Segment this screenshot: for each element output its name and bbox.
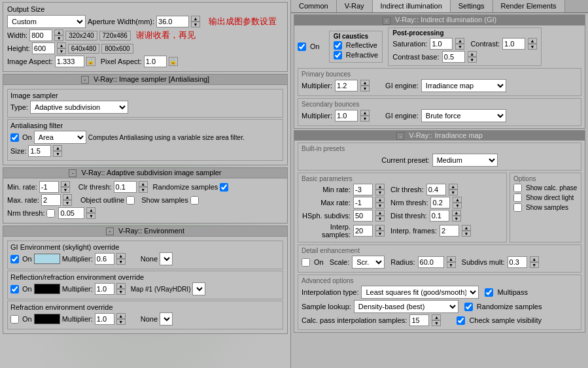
nrm-thresh-r-input[interactable] bbox=[430, 197, 450, 209]
contrast-down[interactable]: ▼ bbox=[528, 44, 537, 50]
contrast-input[interactable] bbox=[502, 38, 525, 50]
mrr-down[interactable]: ▼ bbox=[375, 190, 385, 195]
max-rate-up[interactable]: ▲ bbox=[63, 194, 72, 200]
pm-down[interactable]: ▼ bbox=[360, 86, 370, 92]
size-input[interactable] bbox=[28, 145, 51, 157]
randomize-checkbox[interactable] bbox=[220, 183, 228, 192]
clr-thresh-up[interactable]: ▲ bbox=[139, 181, 148, 187]
is-up[interactable]: ▲ bbox=[375, 225, 385, 231]
show-direct-light-checkbox[interactable] bbox=[513, 193, 522, 202]
gi-multiplier-input[interactable] bbox=[95, 253, 114, 265]
show-samples-r-checkbox[interactable] bbox=[513, 203, 522, 212]
refrac-color-swatch[interactable] bbox=[34, 314, 60, 324]
show-calc-phase-checkbox[interactable] bbox=[513, 184, 522, 192]
is-down[interactable]: ▼ bbox=[375, 231, 385, 237]
gi-on-checkbox[interactable] bbox=[10, 255, 19, 263]
max-rate-down[interactable]: ▼ bbox=[63, 200, 72, 206]
dt-up[interactable]: ▲ bbox=[452, 210, 461, 216]
tab-vray[interactable]: V-Ray bbox=[337, 0, 373, 12]
min-rate-up[interactable]: ▲ bbox=[61, 181, 70, 187]
size-up[interactable]: ▲ bbox=[53, 145, 62, 151]
filter-type-select[interactable]: Area bbox=[34, 131, 86, 144]
contrast-up[interactable]: ▲ bbox=[528, 38, 537, 44]
hs-down[interactable]: ▼ bbox=[375, 216, 385, 222]
cp-up[interactable]: ▲ bbox=[432, 314, 441, 320]
ref-mult-down[interactable]: ▼ bbox=[116, 289, 126, 295]
sm2-up[interactable]: ▲ bbox=[530, 256, 539, 262]
refractive-checkbox[interactable] bbox=[334, 51, 342, 59]
ctr-down[interactable]: ▼ bbox=[449, 190, 458, 195]
reflective-checkbox[interactable] bbox=[334, 41, 342, 50]
gi-none-select[interactable] bbox=[160, 252, 173, 265]
aperture-up[interactable]: ▲ bbox=[191, 16, 200, 22]
clr-thresh-r-input[interactable] bbox=[426, 184, 446, 195]
maxr-up[interactable]: ▲ bbox=[375, 197, 385, 203]
scale-select[interactable]: Scr. bbox=[352, 256, 385, 269]
nrm-thresh-down[interactable]: ▼ bbox=[86, 213, 95, 219]
ref-multiplier-input[interactable] bbox=[95, 283, 114, 295]
pixel-aspect-lock[interactable]: 🔒 bbox=[169, 57, 178, 66]
interpolation-type-select[interactable]: Least squares fit (good/smooth) bbox=[361, 286, 479, 299]
refrac-multiplier-input[interactable] bbox=[95, 313, 114, 325]
min-rate-down[interactable]: ▼ bbox=[61, 187, 70, 193]
maxr-down[interactable]: ▼ bbox=[375, 203, 385, 209]
dt-down[interactable]: ▼ bbox=[452, 216, 461, 222]
height-up[interactable]: ▲ bbox=[57, 42, 66, 48]
calc-pass-input[interactable] bbox=[409, 314, 429, 326]
sm-down[interactable]: ▼ bbox=[360, 116, 370, 122]
image-sampler-collapse[interactable]: - bbox=[81, 76, 89, 84]
multipass-checkbox[interactable] bbox=[485, 288, 493, 297]
saturation-input[interactable] bbox=[430, 38, 453, 50]
aperture-down[interactable]: ▼ bbox=[191, 22, 200, 27]
radius-up[interactable]: ▲ bbox=[447, 256, 456, 262]
sat-up[interactable]: ▲ bbox=[455, 38, 464, 44]
gi-mult-down[interactable]: ▼ bbox=[116, 259, 126, 265]
radius-down[interactable]: ▼ bbox=[447, 262, 456, 268]
nrm-thresh-checkbox[interactable] bbox=[46, 209, 55, 218]
gi-on-checkbox[interactable] bbox=[298, 42, 306, 51]
size-down[interactable]: ▼ bbox=[53, 151, 62, 157]
refrac-none-select[interactable] bbox=[160, 312, 173, 326]
sm2-down[interactable]: ▼ bbox=[530, 262, 539, 268]
ctr-up[interactable]: ▲ bbox=[449, 184, 458, 190]
sample-lookup-select[interactable]: Density-based (best) bbox=[354, 300, 458, 313]
gi-mult-up[interactable]: ▲ bbox=[116, 253, 126, 259]
gi-engine-secondary-select[interactable]: Brute force bbox=[421, 109, 506, 122]
primary-multiplier-input[interactable] bbox=[335, 80, 358, 92]
tab-settings[interactable]: Settings bbox=[451, 0, 493, 12]
ref-on-checkbox[interactable] bbox=[10, 285, 19, 293]
interp-samples-input[interactable] bbox=[353, 225, 373, 237]
width-up[interactable]: ▲ bbox=[54, 29, 63, 35]
height-down[interactable]: ▼ bbox=[57, 48, 66, 54]
antialiasing-on-checkbox[interactable] bbox=[10, 133, 19, 142]
current-preset-select[interactable]: Medium bbox=[432, 154, 498, 167]
if-down[interactable]: ▼ bbox=[462, 231, 471, 237]
sat-down[interactable]: ▼ bbox=[455, 44, 464, 50]
image-aspect-lock[interactable]: 🔒 bbox=[86, 57, 95, 66]
preset-320x240[interactable]: 320x240 bbox=[65, 31, 97, 41]
custom-select[interactable]: Custom bbox=[7, 15, 86, 28]
irradiance-collapse[interactable]: - bbox=[396, 132, 404, 140]
height-input[interactable] bbox=[32, 42, 55, 54]
hsph-subdivs-input[interactable] bbox=[353, 210, 373, 222]
cb-down[interactable]: ▼ bbox=[468, 57, 477, 63]
environment-collapse[interactable]: - bbox=[106, 227, 114, 235]
nrm-thresh-up[interactable]: ▲ bbox=[86, 207, 95, 213]
hs-up[interactable]: ▲ bbox=[375, 210, 385, 216]
subdivs-mult-input[interactable] bbox=[508, 256, 527, 268]
ref-color-swatch[interactable] bbox=[34, 284, 60, 294]
interp-frames-input[interactable] bbox=[440, 225, 459, 237]
refrac-mult-up[interactable]: ▲ bbox=[116, 313, 126, 319]
width-down[interactable]: ▼ bbox=[54, 35, 63, 41]
ref-map-select[interactable] bbox=[192, 282, 205, 295]
min-rate-r-input[interactable] bbox=[353, 184, 373, 195]
gi-collapse[interactable]: - bbox=[383, 17, 390, 25]
secondary-multiplier-input[interactable] bbox=[335, 110, 358, 122]
if-up[interactable]: ▲ bbox=[462, 225, 471, 231]
clr-thresh-down[interactable]: ▼ bbox=[139, 187, 148, 193]
min-rate-input[interactable] bbox=[39, 181, 59, 193]
max-rate-input[interactable] bbox=[41, 194, 61, 206]
cp-down[interactable]: ▼ bbox=[432, 320, 441, 326]
pixel-aspect-input[interactable] bbox=[144, 56, 167, 67]
mrr-up[interactable]: ▲ bbox=[375, 184, 385, 190]
